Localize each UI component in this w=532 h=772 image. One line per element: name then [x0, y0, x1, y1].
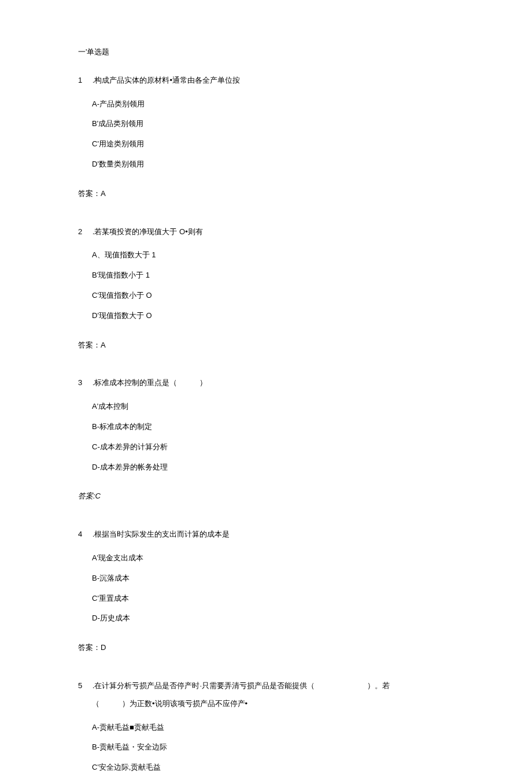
options-list: A'现金支出成本 B-沉落成本 C'重置成本 D-历史成本	[78, 552, 454, 625]
option-d: D'现值指数大于 O	[92, 310, 454, 322]
options-list: A'成本控制 B-标准成本的制定 C-成本差异的计算分析 D-成本差异的帐务处理	[78, 401, 454, 473]
question-content: .在计算分析亏损产品是否停产时·只需要弄清亏损产品是否能提供（ ）。若	[93, 681, 390, 690]
option-b: B-贡献毛益・安全边际	[92, 741, 454, 753]
option-a: A'现金支出成本	[92, 552, 454, 564]
question-block-5: 5 .在计算分析亏损产品是否停产时·只需要弄清亏损产品是否能提供（ ）。若 （ …	[78, 680, 454, 772]
option-b: B-沉落成本	[92, 572, 454, 585]
question-block-2: 2 .若某项投资的净现值大于 O•则有 A、现值指数大于 1 B'现值指数小于 …	[78, 226, 454, 322]
option-d: D'数量类别领用	[92, 158, 454, 171]
answer: 答案：A	[78, 339, 454, 352]
question-content: .标准成本控制的重点是（ ）	[93, 378, 208, 387]
option-c: C'重置成本	[92, 593, 454, 605]
options-list: A-产品类别领用 B'成品类别领用 C'用途类别领用 D'数量类别领用	[78, 98, 454, 171]
question-number: 5	[78, 680, 82, 692]
answer: 答案：D	[78, 642, 454, 654]
question-content-line2: （ ）为正数•说明该项亏损产品不应停产•	[78, 698, 454, 710]
question-number: 1	[78, 75, 82, 87]
option-b: B-标准成本的制定	[92, 421, 454, 433]
question-content: .构成产品实体的原材料•通常由各全产单位按	[93, 76, 240, 84]
option-a: A-贡献毛益■贡献毛益	[92, 722, 454, 734]
option-c: C'安全边际,贡献毛益	[92, 762, 454, 772]
option-a: A'成本控制	[92, 401, 454, 413]
question-content: .根据当时实际发生的支出而计算的成本是	[93, 530, 230, 538]
option-c: C'用途类别领用	[92, 138, 454, 150]
option-d: D-历史成本	[92, 612, 454, 625]
option-c: C-成本差异的计算分析	[92, 441, 454, 453]
question-text: 1 .构成产品实体的原材料•通常由各全产单位按	[78, 75, 454, 87]
section-header-text: 一'单选题	[78, 47, 109, 56]
question-block-4: 4 .根据当时实际发生的支出而计算的成本是 A'现金支出成本 B-沉落成本 C'…	[78, 529, 454, 625]
option-b: B'成品类别领用	[92, 118, 454, 130]
option-a: A、现值指数大于 1	[92, 249, 454, 261]
option-a: A-产品类别领用	[92, 98, 454, 110]
options-list: A-贡献毛益■贡献毛益 B-贡献毛益・安全边际 C'安全边际,贡献毛益 D、销售…	[78, 722, 454, 772]
question-text: 3 .标准成本控制的重点是（ ）	[78, 377, 454, 389]
question-text: 2 .若某项投资的净现值大于 O•则有	[78, 226, 454, 238]
question-number: 2	[78, 226, 82, 238]
question-number: 3	[78, 377, 82, 389]
question-block-3: 3 .标准成本控制的重点是（ ） A'成本控制 B-标准成本的制定 C-成本差异…	[78, 377, 454, 473]
question-content: .若某项投资的净现值大于 O•则有	[93, 227, 203, 236]
question-text: 4 .根据当时实际发生的支出而计算的成本是	[78, 529, 454, 541]
answer: 答案:C	[78, 490, 454, 503]
answer: 答案：A	[78, 188, 454, 200]
option-c: C'现值指数小于 O	[92, 290, 454, 302]
question-block-1: 1 .构成产品实体的原材料•通常由各全产单位按 A-产品类别领用 B'成品类别领…	[78, 75, 454, 171]
question-text: 5 .在计算分析亏损产品是否停产时·只需要弄清亏损产品是否能提供（ ）。若	[78, 680, 454, 692]
option-b: B'现值指数小于 1	[92, 269, 454, 282]
options-list: A、现值指数大于 1 B'现值指数小于 1 C'现值指数小于 O D'现值指数大…	[78, 249, 454, 322]
option-d: D-成本差异的帐务处理	[92, 461, 454, 474]
question-number: 4	[78, 529, 82, 541]
section-header: 一'单选题	[78, 46, 454, 58]
